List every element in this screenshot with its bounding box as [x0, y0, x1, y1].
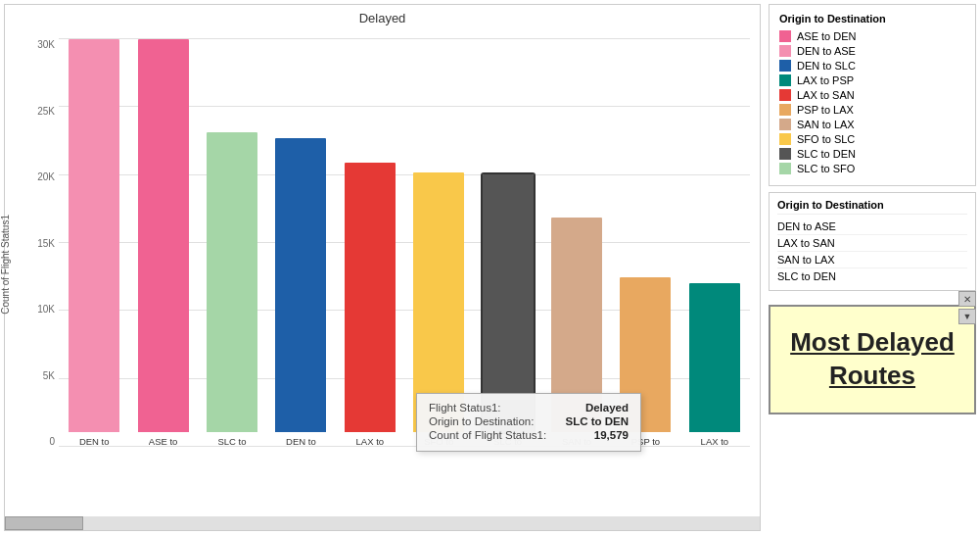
legend-color-swatch	[779, 60, 791, 72]
legend-item: LAX to SAN	[779, 89, 965, 101]
route-label: SLC to DEN	[777, 270, 836, 282]
bar-x-label: SLC to	[493, 436, 522, 447]
legend-color-swatch	[779, 119, 791, 130]
bars-container: DEN toASE toSLC toDEN toLAX toSFO toSLC …	[59, 39, 750, 447]
bar-x-label: ASE to	[149, 436, 178, 447]
bar[interactable]	[551, 218, 602, 432]
legend-color-swatch	[779, 74, 791, 86]
legend-item-label: DEN to ASE	[797, 45, 856, 57]
legend-items: ASE to DEN DEN to ASE DEN to SLC LAX to …	[779, 30, 965, 174]
bar-x-label: LAX to	[356, 436, 385, 447]
legend-item-label: LAX to PSP	[797, 74, 854, 86]
bar-group[interactable]: SFO to	[407, 39, 470, 447]
bar-x-label: SFO to	[424, 436, 453, 447]
scrollbar-thumb[interactable]	[5, 516, 83, 530]
y-tick: 5K	[43, 370, 59, 381]
legend-color-swatch	[779, 148, 791, 160]
bar[interactable]	[413, 172, 464, 432]
y-tick: 20K	[37, 171, 59, 182]
bar-x-label: PSP to	[631, 436, 660, 447]
legend-item: DEN to ASE	[779, 45, 965, 57]
legend-item: PSP to LAX	[779, 104, 965, 116]
route-panel: Origin to Destination DEN to ASELAX to S…	[769, 192, 976, 291]
route-rows: DEN to ASELAX to SANSAN to LAXSLC to DEN	[777, 219, 967, 284]
bar[interactable]	[345, 163, 396, 432]
close-button[interactable]: ✕	[958, 291, 976, 307]
legend-color-swatch	[779, 163, 791, 174]
bar[interactable]	[207, 132, 257, 432]
legend-item-label: SAN to LAX	[797, 119, 855, 130]
bar-group[interactable]: ASE to	[131, 39, 194, 447]
legend-item-label: SLC to SFO	[797, 163, 855, 174]
bar-group[interactable]: PSP to	[614, 39, 677, 447]
legend-item-label: LAX to SAN	[797, 89, 855, 101]
main-container: Delayed Count of Flight Status1 05K10K15…	[0, 0, 980, 535]
chart-title: Delayed	[5, 5, 760, 29]
y-tick: 25K	[37, 106, 59, 117]
legend-item: SLC to DEN	[779, 148, 965, 160]
legend-item: SAN to LAX	[779, 119, 965, 130]
most-delayed-box: Most Delayed Routes	[769, 305, 976, 414]
bar[interactable]	[138, 39, 189, 432]
route-label: SAN to LAX	[777, 254, 835, 266]
legend-color-swatch	[779, 89, 791, 101]
legend-box: Origin to Destination ASE to DEN DEN to …	[769, 4, 976, 186]
legend-color-swatch	[779, 133, 791, 145]
bar[interactable]	[620, 277, 671, 432]
collapse-button[interactable]: ▼	[958, 309, 976, 324]
bar-group[interactable]: SAN to	[545, 39, 608, 447]
y-tick: 15K	[37, 238, 59, 249]
bottom-scrollbar[interactable]	[5, 516, 760, 530]
legend-color-swatch	[779, 45, 791, 57]
bar-group[interactable]: DEN to	[269, 39, 332, 447]
legend-item-label: SLC to DEN	[797, 148, 856, 160]
legend-color-swatch	[779, 30, 791, 42]
legend-color-swatch	[779, 104, 791, 116]
bar[interactable]	[69, 39, 119, 432]
bar-x-label: LAX to	[701, 436, 729, 447]
bar[interactable]	[275, 138, 326, 432]
y-tick: 30K	[37, 39, 59, 50]
bar[interactable]	[483, 174, 534, 432]
legend-item-label: ASE to DEN	[797, 30, 857, 42]
bar[interactable]	[689, 283, 740, 432]
route-row: LAX to SAN	[777, 235, 967, 252]
right-panel: Origin to Destination ASE to DEN DEN to …	[765, 0, 980, 535]
most-delayed-text: Most Delayed Routes	[790, 326, 955, 393]
bar-group[interactable]: SLC to	[201, 39, 263, 447]
bar-x-label: SAN to	[562, 436, 591, 447]
bar-group[interactable]: LAX to	[339, 39, 401, 447]
route-panel-title: Origin to Destination	[777, 199, 967, 215]
y-tick: 0	[49, 436, 59, 447]
legend-item: DEN to SLC	[779, 60, 965, 72]
route-label: LAX to SAN	[777, 237, 835, 249]
legend-item: SLC to SFO	[779, 163, 965, 174]
legend-title: Origin to Destination	[779, 13, 965, 24]
legend-item: ASE to DEN	[779, 30, 965, 42]
bar-x-label: DEN to	[79, 436, 110, 447]
bar-x-label: DEN to	[286, 436, 316, 447]
route-row: SLC to DEN	[777, 268, 967, 284]
y-axis: 05K10K15K20K25K30K	[15, 39, 59, 447]
chart-area: Delayed Count of Flight Status1 05K10K15…	[4, 4, 761, 531]
route-row: DEN to ASE	[777, 219, 967, 235]
legend-item-label: PSP to LAX	[797, 104, 854, 116]
chart-inner: 05K10K15K20K25K30K DEN toASE toSLC toDEN…	[5, 29, 760, 486]
bar-x-label: SLC to	[217, 436, 246, 447]
legend-item: LAX to PSP	[779, 74, 965, 86]
y-tick: 10K	[37, 304, 59, 315]
bar-group[interactable]: LAX to	[683, 39, 746, 447]
legend-item-label: SFO to SLC	[797, 133, 855, 145]
route-label: DEN to ASE	[777, 220, 836, 232]
bar-group[interactable]: SLC to	[476, 39, 538, 447]
bar-group[interactable]: DEN to	[63, 39, 125, 447]
route-row: SAN to LAX	[777, 252, 967, 268]
legend-item-label: DEN to SLC	[797, 60, 856, 72]
legend-item: SFO to SLC	[779, 133, 965, 145]
